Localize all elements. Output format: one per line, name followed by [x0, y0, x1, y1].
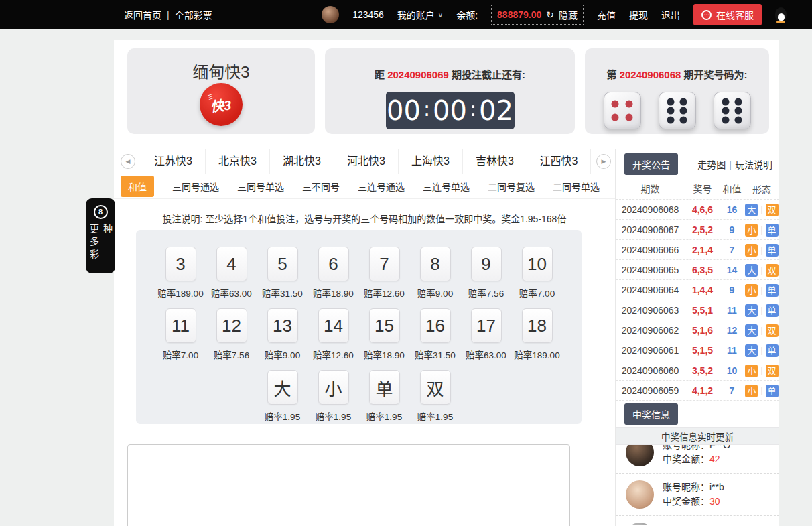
- bet-option[interactable]: 12赔率7.56: [206, 308, 257, 361]
- all-lottery-link[interactable]: 全部彩票: [175, 8, 212, 21]
- size-badge: 大: [745, 204, 758, 216]
- bet-option[interactable]: 13赔率9.00: [257, 308, 308, 361]
- bet-option-button[interactable]: 17: [471, 308, 502, 343]
- bet-option-button[interactable]: 5: [267, 247, 298, 281]
- bet-option[interactable]: 5赔率31.50: [257, 247, 308, 300]
- playtype-tab[interactable]: 二同号复选: [488, 180, 535, 193]
- bet-option-button[interactable]: 9: [471, 247, 502, 281]
- more-lotteries-tab[interactable]: 8 更多彩种: [86, 198, 115, 273]
- badge-separator: |: [760, 306, 762, 315]
- bet-option-odds: 赔率1.95: [257, 409, 308, 423]
- customer-service-button[interactable]: ⋯ 在线客服: [693, 4, 762, 25]
- draw-announcement-button[interactable]: 开奖公告: [624, 153, 678, 175]
- game-logo: 三 快3: [200, 83, 243, 126]
- bet-option[interactable]: 7赔率12.60: [359, 247, 410, 300]
- bet-option-button[interactable]: 14: [318, 308, 349, 343]
- result-shape: 小|单: [744, 224, 779, 237]
- bet-option-button[interactable]: 8: [420, 247, 451, 281]
- result-period: 20240906061: [616, 340, 685, 360]
- size-badge: 大: [745, 264, 758, 277]
- hide-balance-button[interactable]: 隐藏: [559, 8, 578, 21]
- bet-option[interactable]: 11赔率7.00: [155, 308, 206, 361]
- result-period: 20240906065: [616, 260, 685, 280]
- playtype-tab[interactable]: 三不同号: [302, 180, 340, 193]
- bet-option[interactable]: 6赔率18.90: [308, 247, 359, 300]
- die-pip: [722, 98, 730, 105]
- bet-option-button[interactable]: 小: [318, 370, 349, 405]
- bet-option-button[interactable]: 13: [267, 308, 298, 343]
- game-tab[interactable]: 吉林快3: [462, 149, 527, 174]
- bet-option-button[interactable]: 10: [522, 247, 553, 281]
- bet-option[interactable]: 10赔率7.00: [512, 247, 563, 300]
- page-title: 缅甸快3: [127, 59, 315, 82]
- game-tab[interactable]: 北京快3: [205, 149, 269, 174]
- bet-option-button[interactable]: 12: [216, 308, 247, 343]
- my-account-dropdown[interactable]: 我的账户 ∨: [397, 8, 443, 21]
- bet-option-button[interactable]: 3: [165, 247, 196, 281]
- result-shape: 大|单: [744, 344, 779, 357]
- result-sum: 16: [720, 200, 744, 220]
- bet-option-button[interactable]: 双: [420, 370, 451, 405]
- logo-text: 快3: [210, 94, 232, 115]
- countdown-prefix: 距: [375, 69, 385, 80]
- bet-option[interactable]: 双赔率1.95: [410, 370, 461, 423]
- winner-item: 账号昵称：E**O中奖金额：42: [616, 445, 779, 474]
- bet-option[interactable]: 16赔率31.50: [410, 308, 461, 361]
- playtype-tab[interactable]: 三同号通选: [172, 180, 219, 193]
- home-link[interactable]: 返回首页: [124, 8, 161, 21]
- playtype-tab[interactable]: 三连号单选: [423, 180, 470, 193]
- bet-option[interactable]: 小赔率1.95: [308, 370, 359, 423]
- game-tab[interactable]: 上海快3: [398, 149, 462, 174]
- bet-option[interactable]: 3赔率189.00: [155, 247, 206, 300]
- bet-option[interactable]: 8赔率9.00: [410, 247, 461, 300]
- playtype-tab[interactable]: 三同号单选: [237, 180, 284, 193]
- bet-option-button[interactable]: 7: [369, 247, 400, 281]
- bet-option-button[interactable]: 4: [216, 247, 247, 281]
- nav-separator: |: [167, 9, 170, 20]
- bet-option[interactable]: 17赔率63.00: [461, 308, 512, 361]
- bet-option-odds: 赔率12.60: [359, 286, 410, 300]
- refresh-icon[interactable]: ↻: [546, 9, 554, 20]
- bet-option-button[interactable]: 16: [420, 308, 451, 343]
- bet-option-button[interactable]: 大: [267, 370, 298, 405]
- bet-option-button[interactable]: 15: [369, 308, 400, 343]
- game-tab[interactable]: 江苏快3: [141, 149, 205, 174]
- playtype-tab[interactable]: 二同号单选: [553, 180, 600, 193]
- results-table: 期数奖号和值形态 202409060684,6,616大|双2024090606…: [616, 179, 779, 400]
- playtype-tab[interactable]: 三连号通选: [358, 180, 405, 193]
- bet-option-button[interactable]: 6: [318, 247, 349, 281]
- tabs-scroll-right-button[interactable]: ▶: [596, 154, 611, 169]
- bet-option[interactable]: 单赔率1.95: [359, 370, 410, 423]
- playtype-tab[interactable]: 和值: [121, 176, 154, 197]
- game-tab[interactable]: 江西快3: [527, 149, 591, 174]
- bet-option[interactable]: 14赔率12.60: [308, 308, 359, 361]
- bet-option[interactable]: 4赔率63.00: [206, 247, 257, 300]
- bet-option-button[interactable]: 18: [522, 308, 553, 343]
- winner-item: 账号昵称：i**b中奖金额：30: [616, 474, 779, 516]
- qq-penguin-icon[interactable]: [775, 7, 787, 22]
- bet-option-button[interactable]: 11: [165, 308, 196, 343]
- bet-option[interactable]: 18赔率189.00: [512, 308, 563, 361]
- recharge-link[interactable]: 充值: [597, 8, 616, 21]
- bet-option-odds: 赔率31.50: [257, 286, 308, 300]
- bet-option[interactable]: 9赔率7.56: [461, 247, 512, 300]
- play-rules-link[interactable]: 玩法说明: [735, 159, 772, 170]
- bet-option-odds: 赔率9.00: [410, 286, 461, 300]
- bet-option-odds: 赔率9.00: [257, 348, 308, 361]
- logout-link[interactable]: 退出: [661, 8, 680, 21]
- withdraw-link[interactable]: 提现: [629, 8, 648, 21]
- badge-separator: |: [760, 326, 762, 335]
- tabs-scroll-left-button[interactable]: ◀: [121, 154, 135, 169]
- bet-option[interactable]: 15赔率18.90: [359, 308, 410, 361]
- winner-info-button[interactable]: 中奖信息: [624, 403, 678, 425]
- game-tab[interactable]: 湖北快3: [269, 149, 334, 174]
- result-period: 20240906066: [616, 240, 685, 260]
- user-avatar[interactable]: [322, 6, 339, 23]
- bet-option-button[interactable]: 单: [369, 370, 400, 405]
- bet-option[interactable]: 大赔率1.95: [257, 370, 308, 423]
- trend-chart-link[interactable]: 走势图: [697, 159, 726, 170]
- die-pip: [612, 114, 619, 121]
- bet-instruction: 投注说明: 至少选择1个和值投注，选号与开奖的三个号码相加的数值一致即中奖。奖金…: [114, 212, 615, 225]
- results-table-body: 202409060684,6,616大|双202409060672,5,29小|…: [616, 199, 779, 400]
- game-tab[interactable]: 河北快3: [334, 149, 398, 174]
